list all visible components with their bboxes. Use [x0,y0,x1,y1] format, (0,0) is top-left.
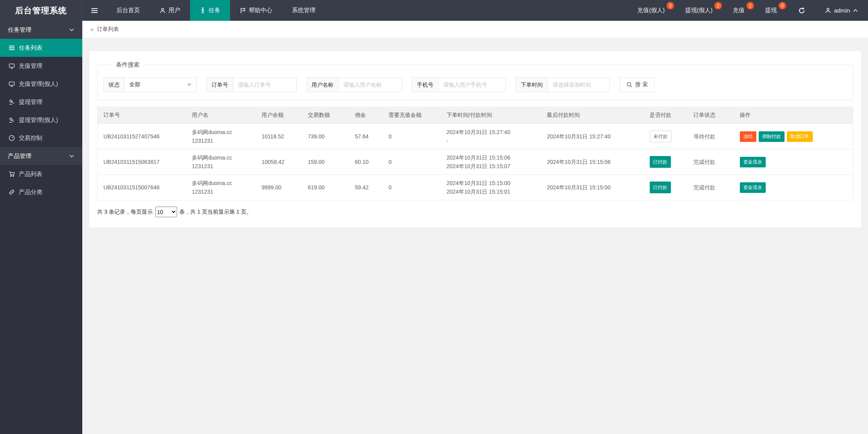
username: admin [834,7,850,14]
search-icon [626,82,632,88]
col-trade-amount: 交易数额 [302,107,349,124]
nav-item-recharge[interactable]: 充值 2 [724,0,756,21]
col-commission: 佣金 [349,107,383,124]
sidebar-group-label: 任务管理 [8,26,31,34]
sidebar-item-product-category[interactable]: 产品分类 [0,183,82,201]
nav-item-label: 充值 [733,7,745,14]
cell-username: 多码网duoma.cc 1231231 [186,175,256,200]
search-button-label: 搜 索 [635,81,648,88]
sidebar-item-withdraw-management[interactable]: 提现管理 [0,93,82,111]
nav-item-withdraw-fake[interactable]: 提现(假人) 2 [676,0,724,21]
fund-flow-button[interactable]: 资金流水 [740,157,766,167]
task-icon [200,7,206,14]
freeze-button[interactable]: 冻结 [740,131,756,142]
nav-item-system[interactable]: 系统管理 [282,0,325,21]
app-title: 后台管理系统 [0,0,82,21]
cell-balance: 9999.00 [256,175,302,200]
select-caret-icon [187,84,192,86]
nav-item-tasks[interactable]: 任务 [190,0,230,21]
sidebar-group-product-management[interactable]: 产品管理 [0,147,82,165]
link-icon [9,189,15,195]
nav-item-recharge-fake[interactable]: 充值(假人) 3 [629,0,676,21]
user-menu[interactable]: admin [815,0,868,21]
nav-item-label: 用户 [169,7,180,14]
col-order-pay-time: 下单时间/付款时间 [441,107,541,124]
breadcrumb: » 订单列表 [82,21,868,38]
search-button[interactable]: 搜 索 [620,77,654,92]
sidebar-item-withdraw-management-fake[interactable]: 提现管理(假人) [0,111,82,129]
user-name-input[interactable] [339,77,402,92]
sidebar: 任务管理 任务列表 充值管理 充值管理(假人) 提现管理 提现管理(假人) [0,21,82,434]
cell-last-pay-time: 2024年10月31日 15:15:06 [541,149,644,175]
nav-item-label: 系统管理 [292,7,315,14]
phone-input[interactable] [439,77,506,92]
cell-paid: 未付款 [644,124,688,149]
sidebar-group-task-management[interactable]: 任务管理 [0,21,82,39]
order-no-input[interactable] [233,77,297,92]
cell-actions: 冻结强制付款取消订单 [734,124,853,149]
col-status: 订单状态 [688,107,734,124]
cell-order-pay-time: 2024年10月31日 15:15:06 2024年10月31日 15:15:0… [441,149,541,175]
page-title: 订单列表 [97,26,119,33]
gauge-icon [9,135,15,141]
user-icon [159,7,166,14]
sidebar-toggle-button[interactable] [82,0,107,21]
notification-badge: 2 [747,2,754,9]
top-navbar: 后台管理系统 后台首页 用户 任务 帮助中心 系统管理 充值(假人) 3 [0,0,868,21]
paid-status-badge: 已付款 [650,182,671,193]
cell-actions: 资金流水 [734,149,853,175]
order-time-input[interactable] [548,77,610,92]
user-site: 多码网duoma.cc [192,179,250,187]
page-size-select[interactable]: 10 [155,207,177,217]
cancel-order-button[interactable]: 取消订单 [787,131,813,142]
cell-order-no: UB2410311515007648 [98,175,186,200]
table-row: UB2410311527407546 多码网duoma.cc 1231231 1… [98,124,853,149]
sidebar-item-trade-control[interactable]: 交易控制 [0,129,82,147]
nav-item-withdraw[interactable]: 提现 0 [756,0,788,21]
table-row: UB2410311515063817 多码网duoma.cc 1231231 1… [98,149,853,175]
cell-paid: 已付款 [644,149,688,175]
nav-item-label: 提现(假人) [685,7,712,14]
cell-last-pay-time: 2024年10月31日 15:15:00 [541,175,644,200]
cell-order-pay-time: 2024年10月31日 15:27:40 - [441,124,541,149]
order-time: 2024年10月31日 15:15:00 [447,179,535,187]
user-account: 1231231 [192,162,250,171]
sidebar-item-task-list[interactable]: 任务列表 [0,39,82,57]
notification-badge: 3 [667,2,674,9]
sidebar-item-recharge-management-fake[interactable]: 充值管理(假人) [0,75,82,93]
phone-filter-group: 手机号 [412,77,506,92]
nav-item-home[interactable]: 后台首页 [107,0,150,21]
col-last-pay-time: 最后付款时间 [541,107,644,124]
status-select[interactable]: 全部 [125,77,197,92]
nav-item-users[interactable]: 用户 [150,0,190,21]
user-site: 多码网duoma.cc [192,128,250,136]
sidebar-item-recharge-management[interactable]: 充值管理 [0,57,82,75]
status-select-value: 全部 [129,81,140,88]
table-row: UB2410311515007648 多码网duoma.cc 1231231 9… [98,175,853,200]
gavel-icon [9,99,15,105]
cell-username: 多码网duoma.cc 1231231 [186,124,256,149]
phone-label: 手机号 [412,77,439,92]
user-name-filter-group: 用户名称 [306,77,402,92]
user-account: 1231231 [192,187,250,196]
search-fieldset: 条件搜索 状态 全部 订单号 用户名称 手 [97,61,853,100]
chevron-down-icon [69,154,74,158]
nav-item-help[interactable]: 帮助中心 [230,0,282,21]
cell-username: 多码网duoma.cc 1231231 [186,149,256,175]
fund-flow-button[interactable]: 资金流水 [740,182,766,193]
force-pay-button[interactable]: 强制付款 [759,131,785,142]
refresh-button[interactable] [788,0,815,21]
user-account: 1231231 [192,136,250,145]
sidebar-group-label: 产品管理 [8,153,31,160]
admin-avatar-icon [825,7,831,14]
cell-balance: 10058.42 [256,149,302,175]
notification-badge: 0 [779,2,786,9]
cell-status: 完成付款 [688,175,734,200]
pay-time: 2024年10月31日 15:15:01 [447,187,535,196]
notification-badge: 2 [714,2,722,9]
sidebar-item-label: 充值管理(假人) [19,80,58,88]
nav-item-label: 后台首页 [116,7,140,14]
pagination-suffix: 条，共 1 页当前显示第 1 页。 [179,209,252,216]
sidebar-item-product-list[interactable]: 产品列表 [0,165,82,183]
order-no-label: 订单号 [207,77,233,92]
